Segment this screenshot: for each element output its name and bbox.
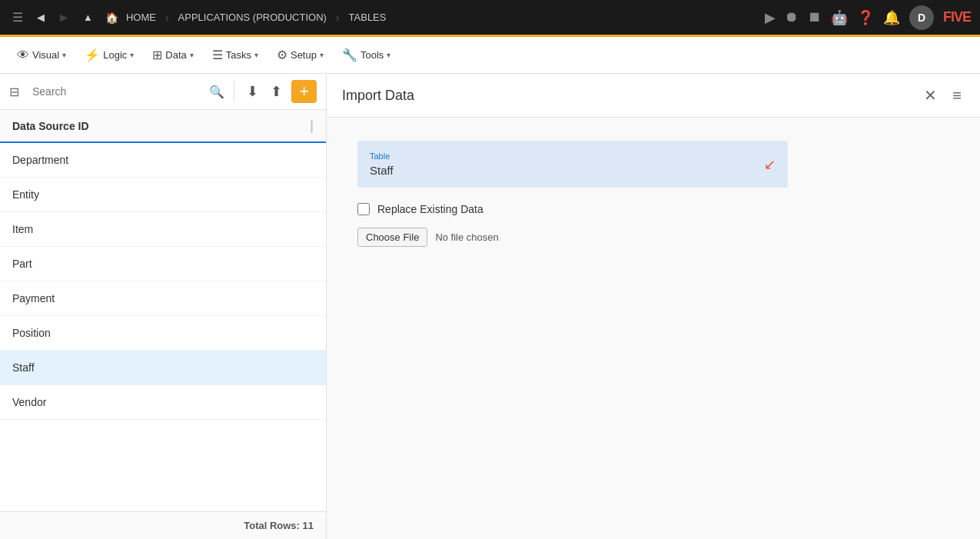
list-items: Department Entity Item Part Payment Posi… bbox=[0, 143, 326, 511]
breadcrumb-app: APPLICATIONS (PRODUCTION) bbox=[178, 12, 327, 23]
import-data-title: Import Data bbox=[342, 88, 414, 104]
gear-icon: ⚙ bbox=[277, 48, 287, 62]
close-button[interactable]: ✕ bbox=[921, 83, 940, 108]
list-item[interactable]: Position bbox=[0, 316, 326, 351]
nav-setup[interactable]: ⚙ Setup ▾ bbox=[269, 43, 331, 67]
bell-icon[interactable]: 🔔 bbox=[883, 9, 900, 26]
right-panel: Import Data ✕ ≡ Table Staff ↙ Replace Ex… bbox=[327, 74, 980, 539]
record-icon[interactable]: ⏺ bbox=[785, 9, 799, 25]
upload-button[interactable]: ⬆ bbox=[267, 80, 285, 103]
choose-file-button[interactable]: Choose File bbox=[357, 228, 427, 247]
help-icon[interactable]: ❓ bbox=[857, 9, 874, 26]
tasks-icon: ☰ bbox=[212, 48, 223, 62]
replace-existing-row: Replace Existing Data bbox=[357, 203, 949, 215]
forward-button[interactable]: ▶ bbox=[55, 8, 72, 26]
add-button[interactable]: + bbox=[291, 80, 317, 103]
nav-tools-label: Tools bbox=[360, 49, 384, 61]
stop-icon[interactable]: ⏹ bbox=[808, 9, 822, 25]
eye-icon: 👁 bbox=[17, 48, 29, 62]
filter-icon[interactable]: ⊟ bbox=[9, 85, 19, 99]
nav-logic-label: Logic bbox=[103, 49, 127, 61]
chevron-down-icon: ▾ bbox=[254, 51, 258, 59]
chevron-down-icon: ▾ bbox=[190, 51, 194, 59]
breadcrumb-home: HOME bbox=[126, 12, 156, 23]
nav-visual[interactable]: 👁 Visual ▾ bbox=[9, 44, 74, 67]
left-toolbar: ⊟ 🔍 ⬇ ⬆ + bbox=[0, 74, 326, 110]
nav-logic[interactable]: ⚡ Logic ▾ bbox=[77, 43, 141, 67]
logic-icon: ⚡ bbox=[85, 48, 100, 62]
chevron-down-icon: ▾ bbox=[387, 51, 390, 59]
dropdown-arrow-icon: ↙ bbox=[764, 156, 776, 173]
nav-tools[interactable]: 🔧 Tools ▾ bbox=[334, 43, 398, 67]
total-rows-label: Total Rows: 11 bbox=[244, 520, 314, 531]
menu-icon[interactable]: ☰ bbox=[9, 7, 26, 28]
play-icon[interactable]: ▶ bbox=[765, 9, 776, 26]
chevron-down-icon: ▾ bbox=[320, 51, 324, 59]
replace-existing-label: Replace Existing Data bbox=[377, 203, 483, 215]
right-panel-content: Table Staff ↙ Replace Existing Data Choo… bbox=[327, 118, 980, 539]
left-panel: ⊟ 🔍 ⬇ ⬆ + Data Source ID | Department En… bbox=[0, 74, 327, 539]
table-select-value: Staff bbox=[370, 164, 776, 177]
list-item[interactable]: Part bbox=[0, 247, 326, 281]
avatar[interactable]: D bbox=[909, 5, 934, 30]
search-icon[interactable]: 🔍 bbox=[209, 85, 224, 99]
top-nav-right: ▶ ⏺ ⏹ 🤖 ❓ 🔔 D FIVE bbox=[765, 5, 971, 30]
tools-icon: 🔧 bbox=[342, 48, 357, 62]
replace-existing-checkbox[interactable] bbox=[357, 203, 370, 215]
nav-data-label: Data bbox=[165, 49, 186, 61]
robot-icon[interactable]: 🤖 bbox=[831, 9, 848, 26]
list-header: Data Source ID | bbox=[0, 110, 326, 143]
five-logo: FIVE bbox=[943, 9, 971, 25]
nav-setup-label: Setup bbox=[291, 49, 317, 61]
chevron-down-icon: ▾ bbox=[62, 51, 66, 59]
menu-dots-button[interactable]: ≡ bbox=[949, 84, 965, 108]
main-layout: ⊟ 🔍 ⬇ ⬆ + Data Source ID | Department En… bbox=[0, 74, 980, 539]
no-file-label: No file chosen bbox=[435, 231, 498, 243]
table-select[interactable]: Table Staff ↙ bbox=[357, 141, 788, 188]
download-button[interactable]: ⬇ bbox=[244, 80, 261, 103]
list-item[interactable]: Department bbox=[0, 143, 326, 178]
list-footer: Total Rows: 11 bbox=[0, 511, 326, 539]
panel-actions: ✕ ≡ bbox=[921, 83, 965, 108]
nav-data[interactable]: ⊞ Data ▾ bbox=[145, 43, 201, 67]
search-input[interactable] bbox=[32, 85, 196, 98]
grid-icon: ⊞ bbox=[152, 48, 162, 62]
search-input-wrap bbox=[25, 82, 203, 101]
file-row: Choose File No file chosen bbox=[357, 228, 949, 247]
nav-tasks-label: Tasks bbox=[226, 49, 251, 61]
nav-visual-label: Visual bbox=[32, 49, 59, 61]
list-item[interactable]: Entity bbox=[0, 178, 326, 212]
up-button[interactable]: ▲ bbox=[78, 8, 98, 26]
top-nav: ☰ ◀ ▶ ▲ 🏠 HOME › APPLICATIONS (PRODUCTIO… bbox=[0, 0, 980, 37]
chevron-down-icon: ▾ bbox=[130, 51, 134, 59]
right-panel-header: Import Data ✕ ≡ bbox=[327, 74, 980, 118]
second-nav: 👁 Visual ▾ ⚡ Logic ▾ ⊞ Data ▾ ☰ Tasks ▾ … bbox=[0, 37, 980, 74]
list-item[interactable]: Vendor bbox=[0, 385, 326, 420]
list-header-label: Data Source ID bbox=[12, 120, 89, 132]
back-button[interactable]: ◀ bbox=[32, 8, 49, 26]
list-header-divider: | bbox=[310, 118, 314, 134]
list-item[interactable]: Item bbox=[0, 212, 326, 247]
nav-tasks[interactable]: ☰ Tasks ▾ bbox=[204, 43, 266, 67]
list-item-staff[interactable]: Staff bbox=[0, 351, 326, 385]
list-item[interactable]: Payment bbox=[0, 281, 326, 316]
breadcrumb-tables: TABLES bbox=[349, 12, 387, 23]
table-select-label: Table bbox=[370, 151, 776, 161]
